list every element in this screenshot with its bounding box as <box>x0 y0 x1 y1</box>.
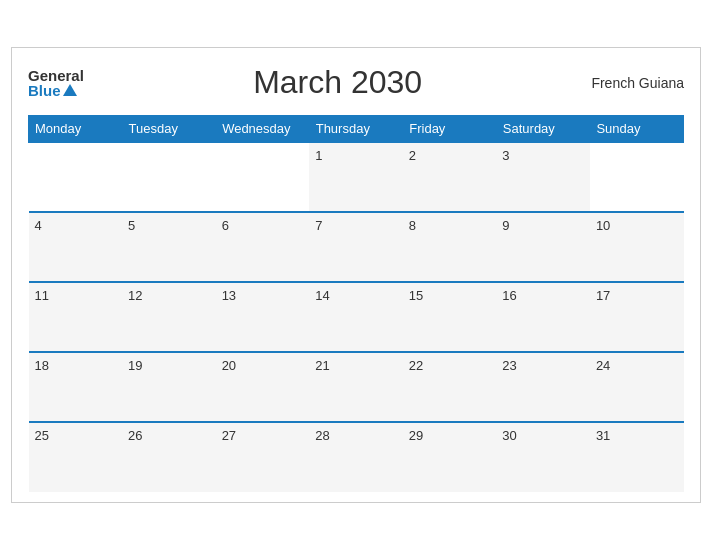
calendar-week-row: 45678910 <box>29 212 684 282</box>
calendar-wrapper: General Blue March 2030 French Guiana Mo… <box>11 47 701 503</box>
table-row: 5 <box>122 212 216 282</box>
calendar-week-row: 11121314151617 <box>29 282 684 352</box>
table-row: 23 <box>496 352 590 422</box>
header-thursday: Thursday <box>309 116 403 143</box>
day-number: 20 <box>222 358 236 373</box>
calendar-location: French Guiana <box>591 75 684 91</box>
day-number: 27 <box>222 428 236 443</box>
calendar-table: Monday Tuesday Wednesday Thursday Friday… <box>28 115 684 492</box>
day-number: 5 <box>128 218 135 233</box>
day-number: 19 <box>128 358 142 373</box>
day-number: 10 <box>596 218 610 233</box>
table-row: 31 <box>590 422 684 492</box>
table-row: 2 <box>403 142 497 212</box>
table-row <box>122 142 216 212</box>
day-number: 3 <box>502 148 509 163</box>
calendar-week-row: 18192021222324 <box>29 352 684 422</box>
calendar-header: General Blue March 2030 French Guiana <box>28 64 684 101</box>
table-row: 29 <box>403 422 497 492</box>
calendar-week-row: 25262728293031 <box>29 422 684 492</box>
table-row: 1 <box>309 142 403 212</box>
table-row: 18 <box>29 352 123 422</box>
header-wednesday: Wednesday <box>216 116 310 143</box>
table-row: 21 <box>309 352 403 422</box>
day-number: 9 <box>502 218 509 233</box>
table-row: 22 <box>403 352 497 422</box>
table-row <box>590 142 684 212</box>
day-number: 15 <box>409 288 423 303</box>
day-number: 6 <box>222 218 229 233</box>
table-row: 27 <box>216 422 310 492</box>
day-number: 31 <box>596 428 610 443</box>
table-row <box>29 142 123 212</box>
table-row: 17 <box>590 282 684 352</box>
day-number: 26 <box>128 428 142 443</box>
day-number: 12 <box>128 288 142 303</box>
table-row: 7 <box>309 212 403 282</box>
header-friday: Friday <box>403 116 497 143</box>
day-number: 2 <box>409 148 416 163</box>
table-row <box>216 142 310 212</box>
day-number: 28 <box>315 428 329 443</box>
day-number: 22 <box>409 358 423 373</box>
day-number: 29 <box>409 428 423 443</box>
day-number: 24 <box>596 358 610 373</box>
header-monday: Monday <box>29 116 123 143</box>
day-number: 8 <box>409 218 416 233</box>
table-row: 11 <box>29 282 123 352</box>
table-row: 20 <box>216 352 310 422</box>
table-row: 24 <box>590 352 684 422</box>
logo-blue-text: Blue <box>28 83 77 98</box>
day-number: 1 <box>315 148 322 163</box>
header-saturday: Saturday <box>496 116 590 143</box>
logo: General Blue <box>28 68 84 98</box>
day-number: 14 <box>315 288 329 303</box>
table-row: 9 <box>496 212 590 282</box>
calendar-week-row: 123 <box>29 142 684 212</box>
table-row: 10 <box>590 212 684 282</box>
day-number: 11 <box>35 288 49 303</box>
day-number: 17 <box>596 288 610 303</box>
day-number: 16 <box>502 288 516 303</box>
day-number: 13 <box>222 288 236 303</box>
calendar-title: March 2030 <box>253 64 422 101</box>
header-sunday: Sunday <box>590 116 684 143</box>
table-row: 19 <box>122 352 216 422</box>
table-row: 4 <box>29 212 123 282</box>
table-row: 16 <box>496 282 590 352</box>
day-number: 7 <box>315 218 322 233</box>
day-number: 25 <box>35 428 49 443</box>
day-number: 23 <box>502 358 516 373</box>
day-number: 18 <box>35 358 49 373</box>
day-number: 30 <box>502 428 516 443</box>
table-row: 3 <box>496 142 590 212</box>
table-row: 15 <box>403 282 497 352</box>
day-number: 4 <box>35 218 42 233</box>
table-row: 12 <box>122 282 216 352</box>
table-row: 6 <box>216 212 310 282</box>
header-tuesday: Tuesday <box>122 116 216 143</box>
day-number: 21 <box>315 358 329 373</box>
table-row: 8 <box>403 212 497 282</box>
days-header-row: Monday Tuesday Wednesday Thursday Friday… <box>29 116 684 143</box>
table-row: 13 <box>216 282 310 352</box>
table-row: 28 <box>309 422 403 492</box>
table-row: 25 <box>29 422 123 492</box>
table-row: 30 <box>496 422 590 492</box>
table-row: 14 <box>309 282 403 352</box>
logo-triangle-icon <box>63 84 77 96</box>
table-row: 26 <box>122 422 216 492</box>
logo-general-text: General <box>28 68 84 83</box>
